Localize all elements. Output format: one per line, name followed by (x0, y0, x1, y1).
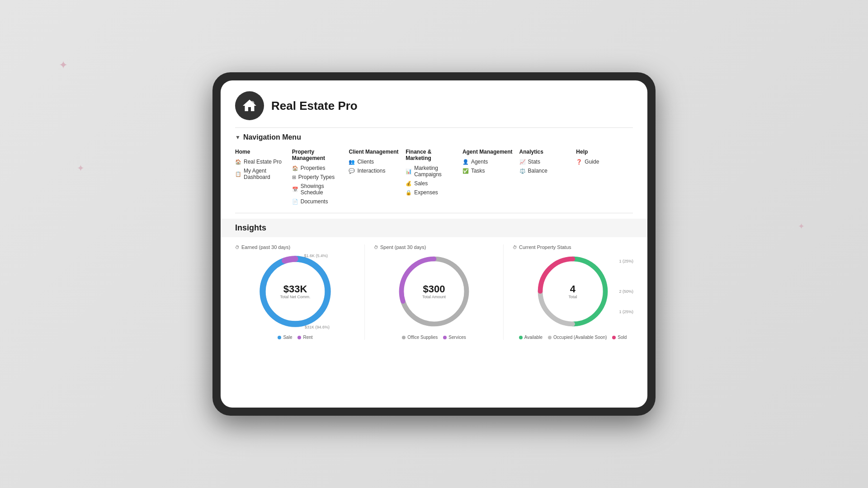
nav-item[interactable]: 📊Marketing Campaigns (406, 165, 457, 178)
legend-item: Sale (278, 335, 292, 340)
legend-item: Sold (612, 335, 627, 340)
nav-item[interactable]: 💬Interactions (349, 168, 400, 174)
nav-col-title: Property Management (292, 149, 344, 161)
nav-item-icon: 💰 (406, 181, 412, 187)
nav-item-label: Stats (528, 159, 540, 165)
nav-item[interactable]: 🏠Properties (292, 165, 344, 171)
nav-item-label: Tasks (471, 168, 485, 174)
nav-item[interactable]: 📄Documents (292, 198, 344, 205)
charts-container: ⏱ Earned (past 30 days)$33KTotal Net Com… (235, 244, 633, 340)
donut-annotation-right-bot: 1 (25%) (619, 310, 633, 314)
nav-item-icon: 📋 (235, 171, 241, 177)
nav-col-title: Finance & Marketing (406, 149, 457, 161)
nav-item-icon: ⊞ (292, 174, 296, 180)
nav-item-icon: ⚖️ (519, 168, 526, 174)
legend-label: Sold (618, 335, 627, 340)
nav-item-icon: 💬 (349, 168, 355, 174)
nav-item-icon: 👤 (462, 159, 469, 165)
donut-value: 4 (568, 284, 577, 295)
legend-dot (443, 336, 447, 339)
clock-icon: ⏱ (374, 245, 378, 250)
nav-item[interactable]: 📈Stats (519, 159, 571, 165)
nav-col: Finance & Marketing📊Marketing Campaigns💰… (406, 149, 462, 207)
title-divider (235, 127, 633, 128)
chart-card: ⏱ Current Property Status4Total1 (25%)2 … (513, 244, 633, 340)
nav-item-icon: 🔒 (406, 190, 412, 196)
nav-item-label: Showings Schedule (301, 183, 344, 196)
donut-annotation-right-mid: 2 (50%) (619, 289, 633, 294)
nav-item[interactable]: 💰Sales (406, 180, 457, 187)
app-content: Real Estate Pro ▼ Navigation Menu Home🏠R… (221, 80, 647, 408)
legend-dot (519, 336, 523, 339)
nav-item-icon: 📅 (292, 187, 298, 192)
chart-legend: AvailableOccupied (Available Soon)Sold (519, 335, 627, 340)
chart-card: ⏱ Spent (past 30 days)$300Total AmountOf… (374, 244, 504, 340)
nav-item-label: Documents (301, 198, 328, 205)
legend-label: Rent (303, 335, 312, 340)
nav-item-label: Agents (471, 159, 488, 165)
nav-item[interactable]: ❓Guide (576, 159, 627, 165)
nav-item-label: Expenses (414, 189, 438, 196)
app-title: Real Estate Pro (271, 99, 358, 113)
legend-item: Available (519, 335, 542, 340)
donut-center: $300Total Amount (422, 284, 446, 299)
nav-item[interactable]: ✅Tasks (462, 168, 514, 174)
donut-sublabel: Total Amount (422, 295, 446, 299)
device-frame: Real Estate Pro ▼ Navigation Menu Home🏠R… (212, 72, 656, 416)
legend-item: Occupied (Available Soon) (548, 335, 607, 340)
donut-wrapper: 4Total1 (25%)2 (50%)1 (25%) (537, 255, 609, 328)
house-icon (241, 98, 258, 114)
donut-sublabel: Total Net Comm. (280, 295, 310, 299)
nav-item-icon: 🏠 (235, 159, 241, 165)
nav-col: Client Management👥Clients💬Interactions (349, 149, 406, 207)
nav-item[interactable]: ⚖️Balance (519, 168, 571, 174)
nav-menu-toggle[interactable]: ▼ Navigation Menu (235, 133, 633, 141)
nav-arrow-icon: ▼ (235, 134, 241, 141)
nav-item-label: My Agent Dashboard (244, 168, 287, 180)
nav-col-title: Agent Management (462, 149, 514, 155)
chart-legend: Office SuppliesServices (402, 335, 466, 340)
nav-item-icon: 🏠 (292, 165, 298, 171)
nav-item-label: Properties (301, 165, 326, 171)
logo-area: Real Estate Pro (235, 91, 633, 120)
nav-item[interactable]: 👤Agents (462, 159, 514, 165)
nav-item[interactable]: ⊞Property Types (292, 174, 344, 180)
nav-divider (235, 213, 633, 213)
legend-dot (278, 336, 281, 339)
donut-center: 4Total (568, 284, 577, 299)
nav-item[interactable]: 🔒Expenses (406, 189, 457, 196)
chart-legend: SaleRent (278, 335, 312, 340)
insights-section: Insights ⏱ Earned (past 30 days)$33KTota… (235, 219, 633, 340)
nav-item[interactable]: 👥Clients (349, 159, 400, 165)
clock-icon: ⏱ (235, 245, 240, 250)
chart-label: ⏱ Spent (past 30 days) (374, 244, 426, 250)
legend-dot (548, 336, 552, 339)
nav-col: Analytics📈Stats⚖️Balance (519, 149, 576, 207)
legend-label: Services (448, 335, 466, 340)
nav-col-title: Help (576, 149, 627, 155)
legend-label: Sale (283, 335, 292, 340)
nav-item-label: Marketing Campaigns (414, 165, 457, 178)
donut-annotation-top: $1.6K (5.4%) (304, 253, 328, 258)
chart-label: ⏱ Current Property Status (513, 244, 571, 250)
nav-item-icon: 📊 (406, 169, 412, 174)
nav-item-label: Real Estate Pro (244, 159, 282, 165)
device-screen: Real Estate Pro ▼ Navigation Menu Home🏠R… (221, 80, 647, 408)
nav-col: Help❓Guide (576, 149, 633, 207)
donut-wrapper: $300Total Amount (398, 255, 470, 328)
clock-icon: ⏱ (513, 245, 517, 250)
svg-point-0 (250, 101, 255, 105)
nav-col-title: Analytics (519, 149, 571, 155)
legend-item: Services (443, 335, 466, 340)
nav-col: Property Management🏠Properties⊞Property … (292, 149, 349, 207)
donut-wrapper: $33KTotal Net Comm.$1.6K (5.4%)$31K (94.… (259, 255, 331, 328)
chart-label: ⏱ Earned (past 30 days) (235, 244, 290, 250)
nav-item[interactable]: 📋My Agent Dashboard (235, 168, 287, 180)
insights-header: Insights (221, 219, 647, 237)
nav-item[interactable]: 🏠Real Estate Pro (235, 159, 287, 165)
nav-item[interactable]: 📅Showings Schedule (292, 183, 344, 196)
nav-col-title: Home (235, 149, 287, 155)
donut-annotation-bottom: $31K (94.6%) (305, 325, 330, 329)
nav-menu-title: Navigation Menu (243, 133, 301, 141)
nav-item-icon: 📈 (519, 159, 526, 165)
